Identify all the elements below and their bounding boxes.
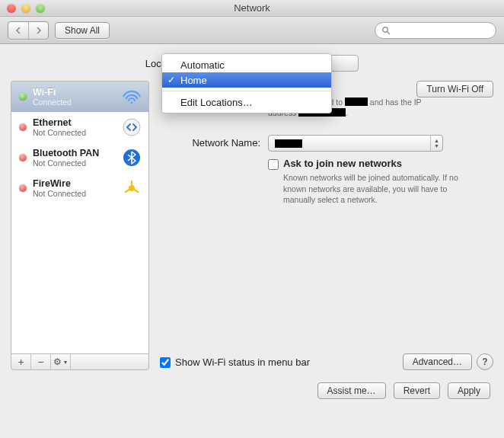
- location-menu-automatic[interactable]: Automatic: [162, 57, 331, 72]
- titlebar: Network: [0, 0, 504, 17]
- chevron-down-icon: ▼: [63, 360, 69, 365]
- status-desc-part: .: [346, 108, 348, 117]
- revert-button[interactable]: Revert: [394, 382, 440, 399]
- ask-join-checkbox[interactable]: [268, 159, 279, 170]
- ask-join-label: Ask to join new networks: [283, 158, 466, 169]
- ask-join-row: Ask to join new networks Known networks …: [160, 158, 493, 205]
- back-button[interactable]: [8, 22, 28, 39]
- main-area: Wi-Fi Connected: [11, 81, 493, 370]
- svg-line-8: [135, 190, 138, 192]
- action-menu-button[interactable]: ⚙︎▼: [51, 354, 71, 369]
- help-button[interactable]: ?: [477, 353, 493, 370]
- turn-wifi-off-button[interactable]: Turn Wi-Fi Off: [416, 81, 493, 98]
- popup-arrows-icon: ▲▼: [430, 136, 442, 151]
- sidebar-footer: + − ⚙︎▼: [11, 353, 149, 370]
- firewire-icon: [121, 177, 142, 199]
- nav-segment: [8, 21, 49, 40]
- apply-button[interactable]: Apply: [448, 382, 490, 399]
- source-list: Wi-Fi Connected: [11, 81, 149, 353]
- svg-point-5: [129, 185, 135, 191]
- advanced-button[interactable]: Advanced…: [403, 353, 472, 370]
- sidebar-item-text: FireWire Not Connected: [33, 178, 121, 198]
- remove-interface-button[interactable]: −: [31, 354, 51, 369]
- add-interface-button[interactable]: +: [11, 354, 31, 369]
- sidebar-item-name: Wi-Fi: [33, 87, 121, 98]
- search-field[interactable]: [375, 22, 496, 39]
- menu-item-label: Home: [180, 75, 207, 86]
- menu-item-label: Edit Locations…: [180, 97, 253, 108]
- sidebar-item-sub: Connected: [33, 98, 121, 107]
- sidebar-item-name: FireWire: [33, 178, 121, 189]
- sidebar-item-sub: Not Connected: [33, 128, 121, 137]
- sidebar-item-ethernet[interactable]: Ethernet Not Connected: [11, 112, 148, 142]
- toolbar: Show All: [0, 17, 504, 44]
- svg-point-0: [383, 27, 388, 32]
- sidebar-item-text: Wi-Fi Connected: [33, 87, 121, 107]
- status-dot: [19, 93, 27, 101]
- window-controls: [0, 4, 45, 13]
- svg-line-7: [126, 190, 129, 192]
- location-menu-edit[interactable]: Edit Locations…: [162, 94, 331, 110]
- sidebar-item-name: Ethernet: [33, 117, 121, 128]
- status-dot: [19, 154, 27, 161]
- show-menubar-checkbox[interactable]: [160, 357, 171, 368]
- bottom-bar: Assist me… Revert Apply: [0, 370, 504, 411]
- svg-point-2: [131, 102, 133, 104]
- redacted-network-name: [275, 139, 302, 148]
- ethernet-icon: [121, 117, 142, 138]
- search-icon: [381, 26, 391, 35]
- sidebar-item-text: Bluetooth PAN Not Connected: [33, 148, 121, 168]
- svg-line-1: [388, 31, 390, 34]
- content: Location: Automatic ✓ Home Edit Location…: [0, 44, 504, 370]
- show-all-button[interactable]: Show All: [55, 22, 110, 39]
- status-dot: [19, 184, 27, 192]
- network-name-popup[interactable]: ▲▼: [268, 135, 443, 152]
- check-icon: ✓: [167, 75, 175, 85]
- location-menu-home[interactable]: ✓ Home: [162, 72, 331, 88]
- forward-button[interactable]: [28, 22, 48, 39]
- sidebar-item-wifi[interactable]: Wi-Fi Connected: [11, 82, 148, 112]
- network-name-label: Network Name:: [160, 135, 268, 152]
- ask-join-description: Known networks will be joined automatica…: [283, 172, 466, 205]
- minimize-button[interactable]: [21, 4, 30, 13]
- sidebar-item-sub: Not Connected: [33, 189, 121, 198]
- menu-item-label: Automatic: [180, 59, 225, 71]
- redacted-ssid: [345, 98, 368, 106]
- detail-footer: Show Wi-Fi status in menu bar Advanced… …: [160, 353, 493, 370]
- svg-point-3: [123, 119, 140, 136]
- show-menubar-label: Show Wi-Fi status in menu bar: [175, 356, 310, 368]
- sidebar-item-text: Ethernet Not Connected: [33, 117, 121, 137]
- zoom-button[interactable]: [36, 4, 45, 13]
- gear-icon: ⚙︎: [53, 356, 62, 367]
- close-button[interactable]: [7, 4, 16, 13]
- status-dot: [19, 123, 27, 131]
- sidebar-item-bluetooth[interactable]: Bluetooth PAN Not Connected: [11, 142, 148, 173]
- sidebar: Wi-Fi Connected: [11, 81, 149, 370]
- sidebar-item-name: Bluetooth PAN: [33, 148, 121, 158]
- window-title: Network: [0, 2, 504, 14]
- sidebar-item-sub: Not Connected: [33, 158, 121, 168]
- wifi-icon: [121, 86, 142, 107]
- help-icon: ?: [482, 356, 487, 367]
- network-name-row: Network Name: ▲▼: [160, 135, 493, 152]
- detail-pane: Turn Wi-Fi Off Status: Connected Wi-Fi i…: [160, 81, 493, 370]
- sidebar-item-firewire[interactable]: FireWire Not Connected: [11, 173, 148, 203]
- location-menu: Automatic ✓ Home Edit Locations…: [161, 53, 332, 113]
- search-input[interactable]: [394, 24, 490, 37]
- menu-separator: [163, 91, 330, 91]
- assist-me-button[interactable]: Assist me…: [317, 382, 386, 399]
- bluetooth-icon: [121, 147, 142, 168]
